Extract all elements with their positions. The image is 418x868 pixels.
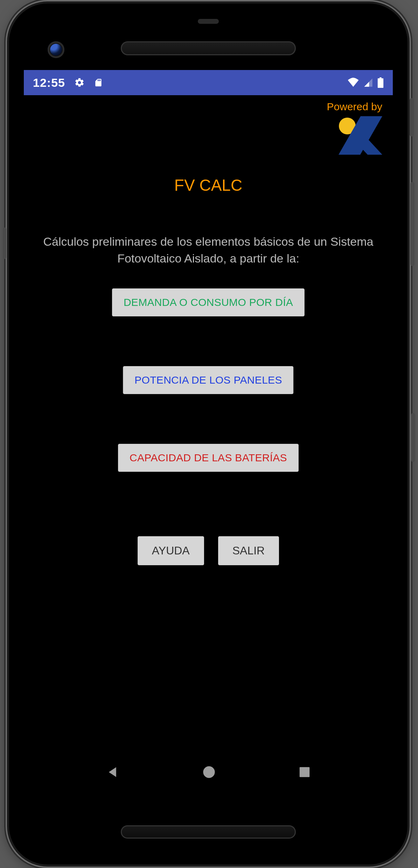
exit-button[interactable]: SALIR: [218, 536, 279, 565]
battery-capacity-button[interactable]: CAPACIDAD DE LAS BATERÍAS: [118, 444, 299, 472]
app-title: FV CALC: [24, 176, 393, 195]
phone-frame: 12:55 Powered by: [9, 4, 407, 864]
status-bar: 12:55: [24, 70, 393, 95]
nav-home-icon[interactable]: [202, 765, 216, 779]
side-button: [411, 413, 415, 462]
demand-button[interactable]: DEMANDA O CONSUMO POR DÍA: [112, 288, 305, 316]
svg-rect-2: [299, 767, 309, 777]
side-button: [410, 98, 414, 136]
signal-icon: [363, 78, 373, 88]
bottom-button-row: AYUDA SALIR: [24, 536, 393, 565]
panel-power-button[interactable]: POTENCIA DE LOS PANELES: [123, 366, 293, 394]
side-button: [3, 227, 6, 259]
side-button: [410, 182, 414, 266]
wifi-icon: [347, 78, 359, 88]
status-time: 12:55: [33, 76, 65, 90]
help-button[interactable]: AYUDA: [138, 536, 204, 565]
nav-back-icon[interactable]: [106, 765, 120, 779]
top-sensor-slit: [198, 19, 219, 24]
screen: 12:55 Powered by: [24, 70, 393, 798]
gear-icon: [74, 77, 85, 88]
android-nav-bar: [24, 746, 393, 798]
svg-point-1: [203, 766, 215, 778]
earpiece-speaker: [121, 41, 296, 55]
nav-recent-icon[interactable]: [298, 765, 311, 779]
brand-logo-icon: [333, 116, 382, 155]
powered-by-label: Powered by: [327, 101, 382, 113]
bottom-speaker: [121, 825, 296, 839]
app-content: Powered by FV CALC Cálculos preliminares…: [24, 95, 393, 746]
front-camera: [48, 41, 64, 58]
app-subtitle: Cálculos preliminares de los elementos b…: [41, 233, 375, 267]
sd-card-icon: [94, 77, 103, 88]
battery-icon: [377, 77, 384, 88]
